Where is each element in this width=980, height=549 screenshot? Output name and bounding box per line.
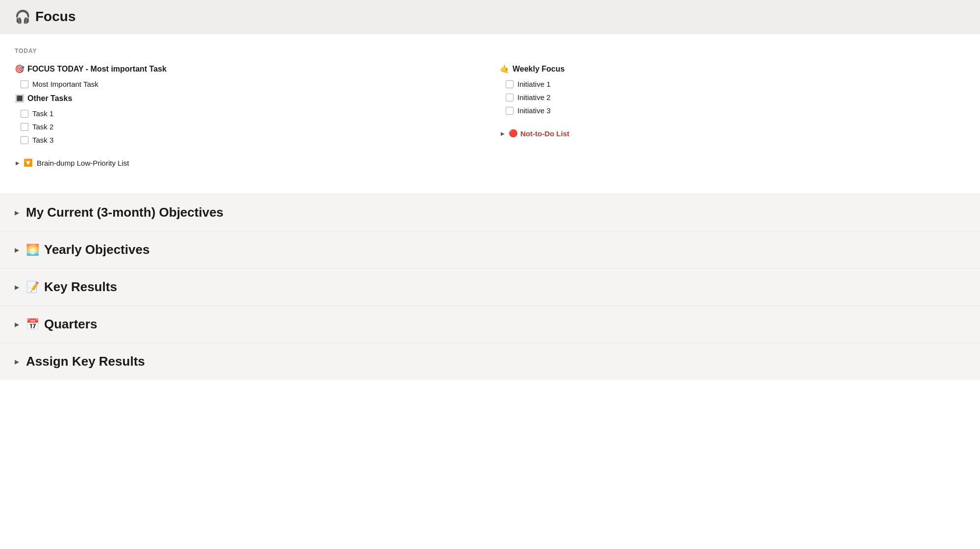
today-grid: 🎯 FOCUS TODAY - Most important Task Most… [15, 59, 965, 174]
page-title: Focus [35, 9, 75, 25]
hand-icon: 🤙 [500, 64, 510, 74]
focus-today-text: FOCUS TODAY - Most important Task [27, 65, 167, 74]
key-results-icon: 📝 [26, 281, 39, 294]
sections-container: ▶ My Current (3-month) Objectives ▶ 🌅 Ye… [0, 194, 980, 380]
mit-checkbox[interactable] [21, 80, 28, 88]
weekly-focus-text: Weekly Focus [513, 65, 564, 74]
section-quarters[interactable]: ▶ 📅 Quarters [0, 305, 980, 343]
main-content: TODAY 🎯 FOCUS TODAY - Most important Tas… [0, 34, 980, 194]
initiative1-checkbox[interactable] [506, 80, 514, 88]
section-quarters-inner[interactable]: ▶ 📅 Quarters [0, 306, 980, 343]
section-3month-triangle: ▶ [15, 209, 19, 216]
task2-label: Task 2 [32, 123, 53, 131]
brain-dump-triangle: ▶ [16, 160, 20, 166]
section-assign-key-results-title: Assign Key Results [26, 354, 145, 369]
initiative1-label: Initiative 1 [517, 80, 551, 88]
section-quarters-title: Quarters [44, 317, 97, 332]
page-header: 🎧 Focus [0, 0, 980, 34]
section-quarters-triangle: ▶ [15, 321, 19, 328]
other-tasks-text: Other Tasks [27, 94, 72, 103]
other-tasks-title: 🔳 Other Tasks [15, 94, 480, 103]
quarters-icon: 📅 [26, 318, 39, 331]
section-assign-key-results[interactable]: ▶ Assign Key Results [0, 343, 980, 380]
section-3month-objectives[interactable]: ▶ My Current (3-month) Objectives [0, 194, 980, 231]
focus-today-title: 🎯 FOCUS TODAY - Most important Task [15, 64, 480, 74]
initiative-1-item[interactable]: Initiative 1 [505, 77, 965, 91]
section-key-results-triangle: ▶ [15, 284, 19, 291]
section-assign-key-results-triangle: ▶ [15, 358, 19, 365]
task-1-item[interactable]: Task 1 [20, 107, 480, 120]
task3-checkbox[interactable] [21, 136, 28, 144]
today-left-column: 🎯 FOCUS TODAY - Most important Task Most… [15, 59, 480, 174]
initiative3-label: Initiative 3 [517, 106, 551, 115]
most-important-task-item[interactable]: Most Important Task [20, 77, 480, 91]
brain-dump-icon: 🔽 [24, 158, 33, 167]
task-2-item[interactable]: Task 2 [20, 120, 480, 133]
headphones-icon: 🎧 [15, 9, 30, 25]
mit-label: Most Important Task [32, 80, 98, 88]
brain-dump-label: Brain-dump Low-Priority List [37, 159, 129, 167]
initiative2-checkbox[interactable] [506, 94, 514, 101]
task-3-item[interactable]: Task 3 [20, 133, 480, 147]
section-assign-key-results-inner[interactable]: ▶ Assign Key Results [0, 343, 980, 380]
task3-label: Task 3 [32, 136, 53, 144]
not-to-do-link[interactable]: 🔴 Not-to-Do List [509, 129, 569, 138]
section-yearly-triangle: ▶ [15, 247, 19, 253]
initiative2-label: Initiative 2 [517, 93, 551, 101]
task1-checkbox[interactable] [21, 110, 28, 118]
brain-dump-row[interactable]: ▶ 🔽 Brain-dump Low-Priority List [15, 153, 480, 172]
not-to-do-triangle: ▶ [501, 131, 505, 136]
weekly-focus-title: 🤙 Weekly Focus [500, 64, 965, 74]
initiative3-checkbox[interactable] [506, 107, 514, 115]
section-key-results-title: Key Results [44, 279, 117, 295]
not-to-do-row[interactable]: ▶ 🔴 Not-to-Do List [500, 124, 965, 143]
initiative-3-item[interactable]: Initiative 3 [505, 104, 965, 117]
yearly-icon: 🌅 [26, 244, 39, 256]
target-icon: 🎯 [15, 64, 24, 74]
not-to-do-label: Not-to-Do List [520, 129, 569, 138]
red-circle-icon: 🔴 [509, 129, 518, 138]
section-yearly-objectives-inner[interactable]: ▶ 🌅 Yearly Objectives [0, 231, 980, 268]
task1-label: Task 1 [32, 109, 53, 118]
today-label: TODAY [15, 48, 965, 54]
section-yearly-title: Yearly Objectives [44, 242, 149, 257]
section-yearly-objectives[interactable]: ▶ 🌅 Yearly Objectives [0, 231, 980, 268]
section-key-results[interactable]: ▶ 📝 Key Results [0, 268, 980, 305]
section-3month-objectives-inner[interactable]: ▶ My Current (3-month) Objectives [0, 194, 980, 231]
initiative-2-item[interactable]: Initiative 2 [505, 91, 965, 104]
today-right-column: 🤙 Weekly Focus Initiative 1 Initiative 2… [500, 59, 965, 174]
section-3month-title: My Current (3-month) Objectives [26, 205, 223, 220]
section-key-results-inner[interactable]: ▶ 📝 Key Results [0, 269, 980, 305]
task2-checkbox[interactable] [21, 123, 28, 131]
grid-icon: 🔳 [15, 94, 24, 103]
